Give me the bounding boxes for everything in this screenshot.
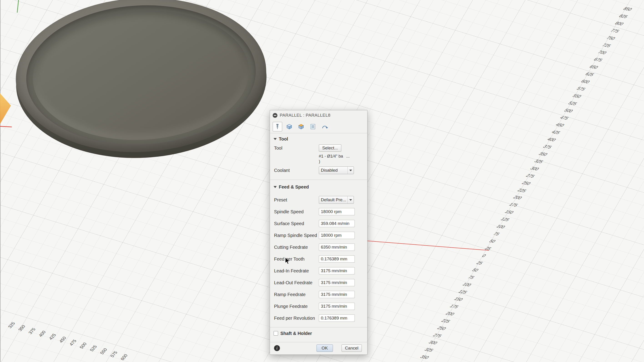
feed-field-row: Plunge Feedrate <box>270 300 367 312</box>
field-input[interactable] <box>319 314 355 322</box>
divider <box>270 133 367 133</box>
tool-description-line2: ) <box>319 159 320 164</box>
dropdown-arrow-icon <box>348 167 354 174</box>
feed-field-row: Spindle Speed <box>270 206 367 218</box>
ok-button[interactable]: OK <box>316 344 333 352</box>
field-label: Lead-Out Feedrate <box>274 280 319 285</box>
coolant-label: Coolant <box>274 168 319 173</box>
feed-field-row: Ramp Feedrate <box>270 288 367 300</box>
tool-tab-icon[interactable] <box>273 122 282 132</box>
field-label: Lead-In Feedrate <box>274 268 319 274</box>
coolant-value: Disabled <box>319 168 348 173</box>
heights-tab-icon[interactable] <box>296 122 306 132</box>
field-label: Surface Speed <box>274 221 319 226</box>
field-label: Ramp Feedrate <box>274 292 319 297</box>
feed-speed-section-label: Feed & Speed <box>279 184 309 190</box>
field-input[interactable] <box>319 279 355 286</box>
field-input[interactable] <box>319 291 355 298</box>
dialog-tabs <box>270 120 367 133</box>
shaft-holder-label: Shaft & Holder <box>280 331 312 336</box>
field-label: Feed per Revolution <box>274 316 319 321</box>
field-input[interactable] <box>319 208 355 215</box>
tool-description-ellipsis: ... <box>346 154 350 159</box>
feed-field-row: Feed per Tooth <box>270 253 367 265</box>
feed-field-row: Lead-Out Feedrate <box>270 277 367 288</box>
passes-tab-icon[interactable] <box>308 122 318 132</box>
dialog-footer: i OK Cancel <box>270 342 367 354</box>
collapse-icon[interactable] <box>273 113 278 118</box>
tool-description-line1: #1 - Ø1/4" ba <box>319 154 343 159</box>
tool-description: #1 - Ø1/4" ba ... ) <box>319 154 367 165</box>
preset-row: Preset Default Pre... <box>270 194 367 206</box>
feed-speed-fields: Spindle SpeedSurface SpeedRamp Spindle S… <box>270 206 367 324</box>
geometry-tab-icon[interactable] <box>284 122 294 132</box>
coolant-row: Coolant Disabled <box>270 165 367 176</box>
tool-section-header[interactable]: Tool <box>270 136 367 142</box>
disclosure-triangle-icon <box>274 186 277 188</box>
dialog-title: PARALLEL : PARALLEL8 <box>280 113 330 118</box>
feed-field-row: Cutting Feedrate <box>270 241 367 253</box>
linking-tab-icon[interactable] <box>320 122 330 132</box>
feed-speed-section-header[interactable]: Feed & Speed <box>270 184 367 190</box>
preset-value: Default Pre... <box>319 197 348 202</box>
field-input[interactable] <box>319 232 355 239</box>
cancel-button[interactable]: Cancel <box>342 344 362 352</box>
field-input[interactable] <box>319 267 355 274</box>
field-label: Spindle Speed <box>274 209 319 214</box>
field-input[interactable] <box>319 220 355 227</box>
field-input[interactable] <box>319 244 355 251</box>
field-label: Feed per Tooth <box>274 256 319 262</box>
tool-row: Tool Select... <box>270 142 367 154</box>
shaft-holder-checkbox[interactable] <box>274 331 278 336</box>
dropdown-arrow-icon <box>348 196 354 204</box>
preset-label: Preset <box>274 197 319 202</box>
field-input[interactable] <box>319 255 355 263</box>
tool-select-button[interactable]: Select... <box>319 144 341 152</box>
field-label: Ramp Spindle Speed <box>274 233 319 238</box>
feed-field-row: Feed per Revolution <box>270 312 367 324</box>
parallel-operation-dialog: PARALLEL : PARALLEL8 Tool Tool Select...… <box>270 110 368 355</box>
feed-field-row: Ramp Spindle Speed <box>270 230 367 241</box>
feed-field-row: Surface Speed <box>270 218 367 230</box>
field-label: Cutting Feedrate <box>274 245 319 250</box>
disclosure-triangle-icon <box>274 138 277 140</box>
viewport-left-edge <box>0 0 0 362</box>
preset-dropdown[interactable]: Default Pre... <box>319 196 354 204</box>
field-input[interactable] <box>319 303 355 310</box>
coolant-dropdown[interactable]: Disabled <box>319 166 354 174</box>
shaft-holder-row: Shaft & Holder <box>270 328 367 339</box>
tool-section-label: Tool <box>279 136 288 142</box>
feed-field-row: Lead-In Feedrate <box>270 265 367 277</box>
info-icon[interactable]: i <box>274 345 280 351</box>
field-label: Plunge Feedrate <box>274 304 319 309</box>
dialog-titlebar[interactable]: PARALLEL : PARALLEL8 <box>270 110 367 120</box>
tool-label: Tool <box>274 146 319 151</box>
